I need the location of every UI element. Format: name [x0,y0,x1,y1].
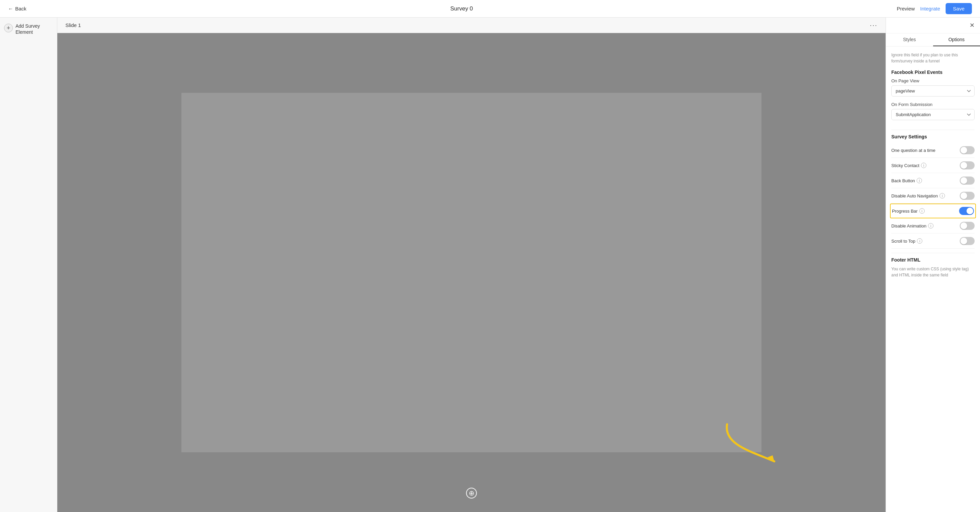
setting-name-back-button: Back Button i [891,178,922,183]
toggle-disable-auto-nav[interactable] [960,192,975,200]
on-form-submission-select[interactable]: SubmitApplication [891,109,975,120]
info-icon-back-button[interactable]: i [916,178,922,183]
divider-2 [891,253,975,253]
toggle-one-question[interactable] [960,146,975,154]
add-survey-element-label: Add Survey Element [16,23,53,35]
panel-header: ✕ [886,18,980,33]
setting-name-progress-bar: Progress Bar i [892,208,925,214]
notice-text: Ignore this field if you plan to use thi… [891,52,975,64]
setting-progress-bar: Progress Bar i [890,204,976,219]
toggle-sticky-contact[interactable] [960,161,975,169]
on-page-view-select[interactable]: pageView [891,85,975,97]
slide-header: Slide 1 ··· [57,18,886,33]
setting-scroll-to-top: Scroll to Top i [891,234,975,249]
add-survey-element-section: + Add Survey Element [4,23,53,35]
setting-one-question: One question at a time [891,143,975,158]
info-icon-sticky-contact[interactable]: i [921,163,926,168]
back-arrow-icon: ← [8,6,13,11]
toggle-progress-bar[interactable] [959,207,974,215]
on-form-submission-label: On Form Submission [891,102,975,107]
on-page-view-label: On Page View [891,78,975,83]
canvas-content: ⊕ [57,33,886,512]
left-sidebar: + Add Survey Element [0,18,57,512]
info-icon-disable-animation[interactable]: i [928,223,934,228]
tab-options[interactable]: Options [933,33,980,46]
setting-name-sticky-contact: Sticky Contact i [891,163,926,168]
setting-name-one-question: One question at a time [891,148,935,153]
page-title: Survey 0 [450,5,473,12]
app-header: ← Back Survey 0 Preview Integrate Save [0,0,980,18]
info-icon-scroll-to-top[interactable]: i [917,238,922,244]
slide-frame [181,93,761,452]
survey-settings-label: Survey Settings [891,134,975,139]
toggle-scroll-to-top[interactable] [960,237,975,245]
setting-name-disable-animation: Disable Animation i [891,223,934,228]
slide-menu-button[interactable]: ··· [870,21,878,29]
panel-tabs: Styles Options [886,33,980,46]
save-button[interactable]: Save [946,3,972,14]
toggle-disable-animation[interactable] [960,222,975,230]
setting-name-scroll-to-top: Scroll to Top i [891,238,922,244]
divider [891,129,975,130]
footer-html-notice: You can write custom CSS (using style ta… [891,266,975,278]
integrate-button[interactable]: Integrate [920,6,940,11]
facebook-pixel-section-label: Facebook Pixel Events [891,70,975,75]
info-icon-disable-auto-nav[interactable]: i [940,193,945,198]
back-button[interactable]: ← Back [8,6,26,11]
header-right: Preview Integrate Save [897,3,972,14]
close-button[interactable]: ✕ [970,22,975,29]
info-icon-progress-bar[interactable]: i [919,208,925,214]
canvas-area: Slide 1 ··· ⊕ [57,18,886,512]
panel-body: Ignore this field if you plan to use thi… [886,46,980,289]
add-slide-button[interactable]: ⊕ [466,488,477,499]
slide-title: Slide 1 [65,22,81,28]
toggle-back-button[interactable] [960,177,975,185]
back-label: Back [15,6,26,11]
tab-styles[interactable]: Styles [886,33,933,46]
right-panel: ✕ Styles Options Ignore this field if yo… [886,18,980,512]
setting-sticky-contact: Sticky Contact i [891,158,975,173]
preview-button[interactable]: Preview [897,6,915,11]
main-layout: + Add Survey Element Slide 1 ··· ⊕ ✕ St [0,18,980,512]
add-element-button[interactable]: + [4,24,13,32]
header-left: ← Back [8,6,26,11]
footer-html-label: Footer HTML [891,257,975,263]
setting-back-button: Back Button i [891,173,975,188]
setting-disable-animation: Disable Animation i [891,219,975,234]
setting-disable-auto-nav: Disable Auto Navigation i [891,188,975,204]
setting-name-disable-auto-nav: Disable Auto Navigation i [891,193,945,198]
